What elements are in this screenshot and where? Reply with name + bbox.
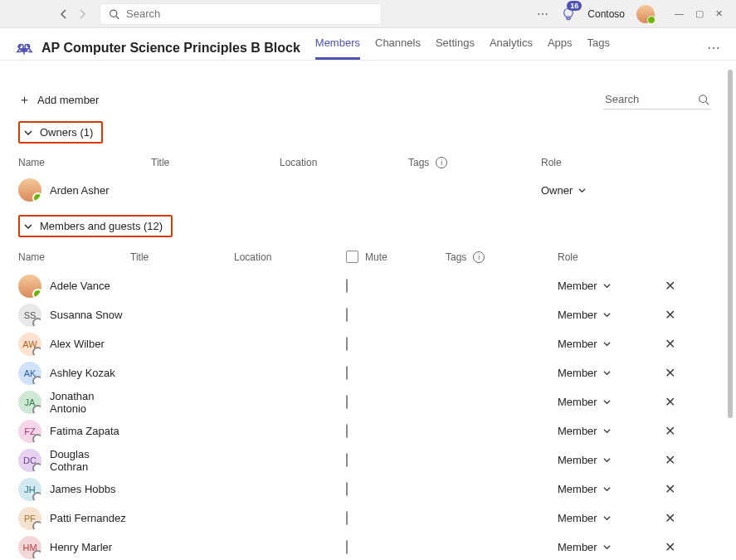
role-dropdown[interactable]: Member bbox=[558, 367, 649, 379]
role-label: Owner bbox=[541, 184, 573, 197]
role-label: Member bbox=[558, 512, 597, 524]
svg-line-6 bbox=[706, 101, 709, 105]
add-member-button[interactable]: ＋ Add member bbox=[18, 92, 99, 108]
person-name: Henry Marler bbox=[50, 541, 112, 553]
chevron-down-icon bbox=[602, 310, 612, 319]
remove-member-button[interactable]: ✕ bbox=[649, 452, 690, 468]
header-more-button[interactable]: ⋯ bbox=[707, 40, 721, 56]
role-dropdown[interactable]: Member bbox=[558, 483, 649, 495]
role-dropdown[interactable]: Member bbox=[558, 454, 649, 466]
member-row: AKAshley KozakMember✕ bbox=[18, 358, 711, 387]
chevron-down-icon bbox=[602, 485, 612, 494]
owners-section-toggle[interactable]: Owners (1) bbox=[18, 121, 103, 144]
members-toolbar: ＋ Add member Search bbox=[18, 78, 711, 121]
remove-member-button[interactable]: ✕ bbox=[649, 394, 690, 410]
remove-member-button[interactable]: ✕ bbox=[649, 307, 690, 323]
member-row: PFPatti FernandezMember✕ bbox=[18, 504, 711, 533]
chevron-down-icon bbox=[602, 281, 612, 290]
activity-button[interactable]: 16 bbox=[561, 7, 576, 22]
mute-checkbox[interactable] bbox=[346, 279, 348, 293]
person: Arden Asher bbox=[18, 178, 151, 202]
chevron-right-icon bbox=[77, 9, 87, 19]
role-dropdown[interactable]: Member bbox=[558, 280, 649, 292]
remove-member-button[interactable]: ✕ bbox=[649, 423, 690, 439]
role-label: Member bbox=[558, 454, 597, 466]
search-members-label: Search bbox=[605, 93, 639, 105]
svg-line-1 bbox=[116, 16, 119, 18]
tab-tags[interactable]: Tags bbox=[587, 37, 610, 60]
tab-apps[interactable]: Apps bbox=[548, 37, 573, 60]
role-dropdown[interactable]: Member bbox=[558, 309, 649, 321]
role-dropdown[interactable]: Member bbox=[558, 425, 649, 437]
person: AKAshley Kozak bbox=[18, 362, 130, 385]
chevron-down-icon bbox=[602, 339, 612, 348]
role-dropdown[interactable]: Member bbox=[558, 541, 649, 553]
chevron-down-icon bbox=[602, 426, 612, 436]
avatar bbox=[18, 178, 41, 202]
person-name: Fatima Zapata bbox=[50, 425, 119, 437]
titlebar-more-button[interactable]: ⋯ bbox=[537, 7, 549, 21]
mute-checkbox[interactable] bbox=[346, 511, 348, 525]
remove-member-button[interactable]: ✕ bbox=[649, 481, 690, 497]
search-members-input[interactable]: Search bbox=[603, 90, 711, 110]
scroll-thumb[interactable] bbox=[728, 70, 733, 418]
mute-checkbox[interactable] bbox=[346, 308, 348, 322]
role-dropdown[interactable]: Member bbox=[558, 396, 649, 408]
person: AWAlex Wilber bbox=[18, 333, 130, 356]
role-label: Member bbox=[558, 425, 597, 437]
avatar bbox=[18, 275, 41, 298]
remove-member-button[interactable]: ✕ bbox=[649, 510, 690, 526]
mute-checkbox[interactable] bbox=[346, 424, 348, 438]
person-name: Patti Fernandez bbox=[50, 512, 126, 524]
role-dropdown[interactable]: Member bbox=[558, 338, 649, 350]
tab-settings[interactable]: Settings bbox=[436, 37, 475, 60]
person-name: Adele Vance bbox=[50, 280, 110, 292]
members-section-toggle[interactable]: Members and guests (12) bbox=[18, 215, 173, 237]
avatar: FZ bbox=[18, 420, 41, 443]
chevron-down-icon bbox=[602, 397, 612, 407]
owners-table: Name Title Location Tags i Role Arden As… bbox=[18, 153, 711, 210]
remove-member-button[interactable]: ✕ bbox=[649, 336, 690, 352]
window-close-button[interactable]: ✕ bbox=[715, 8, 723, 19]
mute-checkbox[interactable] bbox=[346, 540, 348, 554]
window-minimize-button[interactable]: — bbox=[675, 8, 684, 19]
col-role: Role bbox=[541, 157, 711, 168]
nav-forward-button[interactable] bbox=[75, 7, 90, 22]
chevron-down-icon bbox=[578, 186, 587, 195]
nav-back-button[interactable] bbox=[56, 7, 71, 22]
info-icon[interactable]: i bbox=[436, 157, 447, 168]
avatar: HM bbox=[18, 536, 41, 559]
person: FZFatima Zapata bbox=[18, 420, 130, 443]
remove-member-button[interactable]: ✕ bbox=[649, 539, 690, 555]
current-user-avatar[interactable] bbox=[636, 5, 655, 23]
chevron-down-icon bbox=[602, 543, 612, 552]
person-name: Susanna Snow bbox=[50, 309, 122, 321]
mute-checkbox[interactable] bbox=[346, 395, 348, 409]
tab-analytics[interactable]: Analytics bbox=[490, 37, 533, 60]
role-label: Member bbox=[558, 280, 597, 292]
global-search-input[interactable] bbox=[126, 7, 373, 20]
role-dropdown[interactable]: Owner bbox=[541, 184, 711, 197]
person: JAJonathan Antonio bbox=[18, 390, 130, 415]
mute-checkbox[interactable] bbox=[346, 453, 348, 467]
mute-all-checkbox[interactable] bbox=[346, 251, 358, 263]
svg-point-3 bbox=[27, 44, 31, 47]
owners-table-header: Name Title Location Tags i Role bbox=[18, 153, 711, 175]
mute-checkbox[interactable] bbox=[346, 337, 348, 351]
avatar: JA bbox=[18, 391, 41, 414]
remove-member-button[interactable]: ✕ bbox=[649, 278, 690, 294]
global-search[interactable] bbox=[100, 3, 382, 25]
mute-checkbox[interactable] bbox=[346, 482, 348, 496]
window-maximize-button[interactable]: ▢ bbox=[695, 8, 704, 19]
member-row: JHJames HobbsMember✕ bbox=[18, 475, 711, 504]
tab-members[interactable]: Members bbox=[315, 37, 360, 60]
remove-member-button[interactable]: ✕ bbox=[649, 365, 690, 381]
search-icon bbox=[698, 94, 709, 105]
person: HMHenry Marler bbox=[18, 536, 130, 559]
role-dropdown[interactable]: Member bbox=[558, 512, 649, 524]
titlebar: ⋯ 16 Contoso — ▢ ✕ bbox=[0, 0, 736, 28]
info-icon[interactable]: i bbox=[473, 251, 485, 263]
tab-channels[interactable]: Channels bbox=[375, 37, 421, 60]
mute-checkbox[interactable] bbox=[346, 366, 348, 380]
scrollbar[interactable] bbox=[726, 70, 733, 560]
